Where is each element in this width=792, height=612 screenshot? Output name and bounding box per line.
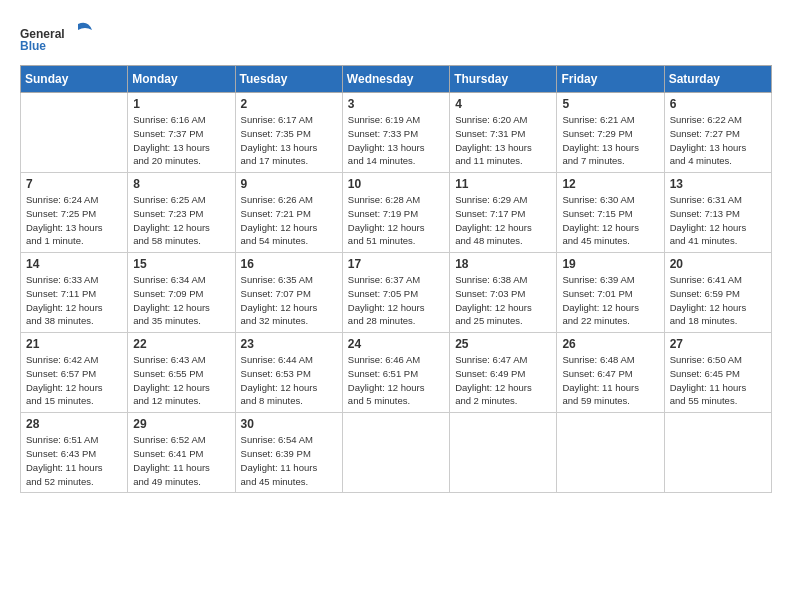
day-info: Sunrise: 6:24 AMSunset: 7:25 PMDaylight:… — [26, 193, 122, 248]
day-number: 25 — [455, 337, 551, 351]
day-number: 8 — [133, 177, 229, 191]
day-number: 3 — [348, 97, 444, 111]
day-number: 13 — [670, 177, 766, 191]
day-cell: 23Sunrise: 6:44 AMSunset: 6:53 PMDayligh… — [235, 333, 342, 413]
day-number: 4 — [455, 97, 551, 111]
day-header-tuesday: Tuesday — [235, 66, 342, 93]
logo-icon: General Blue — [20, 20, 100, 55]
day-info: Sunrise: 6:34 AMSunset: 7:09 PMDaylight:… — [133, 273, 229, 328]
day-info: Sunrise: 6:46 AMSunset: 6:51 PMDaylight:… — [348, 353, 444, 408]
week-row-4: 21Sunrise: 6:42 AMSunset: 6:57 PMDayligh… — [21, 333, 772, 413]
day-info: Sunrise: 6:48 AMSunset: 6:47 PMDaylight:… — [562, 353, 658, 408]
day-cell: 9Sunrise: 6:26 AMSunset: 7:21 PMDaylight… — [235, 173, 342, 253]
day-info: Sunrise: 6:25 AMSunset: 7:23 PMDaylight:… — [133, 193, 229, 248]
day-header-wednesday: Wednesday — [342, 66, 449, 93]
day-cell: 28Sunrise: 6:51 AMSunset: 6:43 PMDayligh… — [21, 413, 128, 493]
day-number: 2 — [241, 97, 337, 111]
day-cell: 19Sunrise: 6:39 AMSunset: 7:01 PMDayligh… — [557, 253, 664, 333]
day-number: 24 — [348, 337, 444, 351]
day-number: 15 — [133, 257, 229, 271]
day-cell: 15Sunrise: 6:34 AMSunset: 7:09 PMDayligh… — [128, 253, 235, 333]
day-cell: 21Sunrise: 6:42 AMSunset: 6:57 PMDayligh… — [21, 333, 128, 413]
week-row-2: 7Sunrise: 6:24 AMSunset: 7:25 PMDaylight… — [21, 173, 772, 253]
day-info: Sunrise: 6:21 AMSunset: 7:29 PMDaylight:… — [562, 113, 658, 168]
day-info: Sunrise: 6:33 AMSunset: 7:11 PMDaylight:… — [26, 273, 122, 328]
day-number: 19 — [562, 257, 658, 271]
day-number: 14 — [26, 257, 122, 271]
day-info: Sunrise: 6:30 AMSunset: 7:15 PMDaylight:… — [562, 193, 658, 248]
day-number: 27 — [670, 337, 766, 351]
day-number: 10 — [348, 177, 444, 191]
day-number: 17 — [348, 257, 444, 271]
page-header: General Blue — [20, 20, 772, 55]
day-info: Sunrise: 6:19 AMSunset: 7:33 PMDaylight:… — [348, 113, 444, 168]
day-info: Sunrise: 6:17 AMSunset: 7:35 PMDaylight:… — [241, 113, 337, 168]
day-number: 5 — [562, 97, 658, 111]
day-cell: 26Sunrise: 6:48 AMSunset: 6:47 PMDayligh… — [557, 333, 664, 413]
day-cell: 12Sunrise: 6:30 AMSunset: 7:15 PMDayligh… — [557, 173, 664, 253]
week-row-5: 28Sunrise: 6:51 AMSunset: 6:43 PMDayligh… — [21, 413, 772, 493]
day-number: 12 — [562, 177, 658, 191]
svg-text:Blue: Blue — [20, 39, 46, 53]
day-cell: 5Sunrise: 6:21 AMSunset: 7:29 PMDaylight… — [557, 93, 664, 173]
day-cell: 25Sunrise: 6:47 AMSunset: 6:49 PMDayligh… — [450, 333, 557, 413]
day-cell — [664, 413, 771, 493]
day-info: Sunrise: 6:16 AMSunset: 7:37 PMDaylight:… — [133, 113, 229, 168]
day-info: Sunrise: 6:26 AMSunset: 7:21 PMDaylight:… — [241, 193, 337, 248]
day-header-monday: Monday — [128, 66, 235, 93]
day-number: 22 — [133, 337, 229, 351]
day-number: 9 — [241, 177, 337, 191]
day-cell: 3Sunrise: 6:19 AMSunset: 7:33 PMDaylight… — [342, 93, 449, 173]
day-number: 30 — [241, 417, 337, 431]
day-number: 28 — [26, 417, 122, 431]
day-info: Sunrise: 6:29 AMSunset: 7:17 PMDaylight:… — [455, 193, 551, 248]
day-info: Sunrise: 6:38 AMSunset: 7:03 PMDaylight:… — [455, 273, 551, 328]
day-info: Sunrise: 6:31 AMSunset: 7:13 PMDaylight:… — [670, 193, 766, 248]
day-cell — [557, 413, 664, 493]
day-info: Sunrise: 6:44 AMSunset: 6:53 PMDaylight:… — [241, 353, 337, 408]
day-number: 18 — [455, 257, 551, 271]
day-info: Sunrise: 6:54 AMSunset: 6:39 PMDaylight:… — [241, 433, 337, 488]
day-cell: 11Sunrise: 6:29 AMSunset: 7:17 PMDayligh… — [450, 173, 557, 253]
day-info: Sunrise: 6:43 AMSunset: 6:55 PMDaylight:… — [133, 353, 229, 408]
day-info: Sunrise: 6:35 AMSunset: 7:07 PMDaylight:… — [241, 273, 337, 328]
week-row-3: 14Sunrise: 6:33 AMSunset: 7:11 PMDayligh… — [21, 253, 772, 333]
day-header-friday: Friday — [557, 66, 664, 93]
day-info: Sunrise: 6:39 AMSunset: 7:01 PMDaylight:… — [562, 273, 658, 328]
day-number: 6 — [670, 97, 766, 111]
day-header-saturday: Saturday — [664, 66, 771, 93]
day-info: Sunrise: 6:37 AMSunset: 7:05 PMDaylight:… — [348, 273, 444, 328]
day-info: Sunrise: 6:50 AMSunset: 6:45 PMDaylight:… — [670, 353, 766, 408]
day-cell: 1Sunrise: 6:16 AMSunset: 7:37 PMDaylight… — [128, 93, 235, 173]
day-cell: 24Sunrise: 6:46 AMSunset: 6:51 PMDayligh… — [342, 333, 449, 413]
day-header-thursday: Thursday — [450, 66, 557, 93]
day-number: 16 — [241, 257, 337, 271]
day-info: Sunrise: 6:41 AMSunset: 6:59 PMDaylight:… — [670, 273, 766, 328]
day-number: 7 — [26, 177, 122, 191]
day-info: Sunrise: 6:52 AMSunset: 6:41 PMDaylight:… — [133, 433, 229, 488]
day-cell: 22Sunrise: 6:43 AMSunset: 6:55 PMDayligh… — [128, 333, 235, 413]
day-cell — [342, 413, 449, 493]
day-cell: 20Sunrise: 6:41 AMSunset: 6:59 PMDayligh… — [664, 253, 771, 333]
day-cell — [450, 413, 557, 493]
day-cell: 8Sunrise: 6:25 AMSunset: 7:23 PMDaylight… — [128, 173, 235, 253]
day-cell: 30Sunrise: 6:54 AMSunset: 6:39 PMDayligh… — [235, 413, 342, 493]
day-header-sunday: Sunday — [21, 66, 128, 93]
day-number: 21 — [26, 337, 122, 351]
day-info: Sunrise: 6:42 AMSunset: 6:57 PMDaylight:… — [26, 353, 122, 408]
logo: General Blue — [20, 20, 100, 55]
day-cell: 29Sunrise: 6:52 AMSunset: 6:41 PMDayligh… — [128, 413, 235, 493]
day-number: 29 — [133, 417, 229, 431]
day-info: Sunrise: 6:22 AMSunset: 7:27 PMDaylight:… — [670, 113, 766, 168]
day-info: Sunrise: 6:28 AMSunset: 7:19 PMDaylight:… — [348, 193, 444, 248]
day-cell: 14Sunrise: 6:33 AMSunset: 7:11 PMDayligh… — [21, 253, 128, 333]
week-row-1: 1Sunrise: 6:16 AMSunset: 7:37 PMDaylight… — [21, 93, 772, 173]
day-info: Sunrise: 6:51 AMSunset: 6:43 PMDaylight:… — [26, 433, 122, 488]
day-number: 11 — [455, 177, 551, 191]
day-cell: 2Sunrise: 6:17 AMSunset: 7:35 PMDaylight… — [235, 93, 342, 173]
day-cell: 10Sunrise: 6:28 AMSunset: 7:19 PMDayligh… — [342, 173, 449, 253]
day-number: 26 — [562, 337, 658, 351]
day-cell: 4Sunrise: 6:20 AMSunset: 7:31 PMDaylight… — [450, 93, 557, 173]
day-number: 20 — [670, 257, 766, 271]
calendar-table: SundayMondayTuesdayWednesdayThursdayFrid… — [20, 65, 772, 493]
